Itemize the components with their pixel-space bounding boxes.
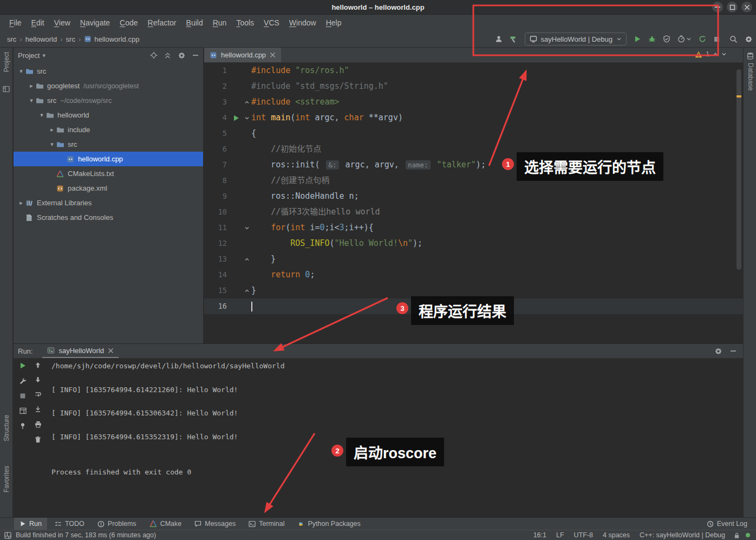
- expand-arrow-icon[interactable]: ▾: [37, 112, 46, 119]
- structure-stripe-button[interactable]: Structure: [3, 415, 10, 441]
- fold-up-icon[interactable]: [242, 288, 251, 294]
- debug-button[interactable]: [648, 35, 656, 43]
- maximize-button[interactable]: [727, 2, 738, 12]
- search-icon[interactable]: [729, 35, 738, 43]
- database-icon[interactable]: [747, 52, 754, 60]
- scroll-end-icon[interactable]: [35, 406, 41, 413]
- tree-item-include[interactable]: ▸include: [14, 122, 203, 137]
- rerun-tasks-button[interactable]: [699, 35, 706, 43]
- fold-down-icon[interactable]: [242, 225, 251, 231]
- code-line-11[interactable]: 11 for(int i=0;i<3;i++){: [204, 220, 743, 236]
- file-encoding[interactable]: UTF-8: [574, 531, 593, 539]
- toolwindow-problems[interactable]: Problems: [92, 518, 142, 530]
- close-icon[interactable]: [270, 52, 276, 58]
- project-stripe-button[interactable]: Project: [3, 52, 10, 72]
- tool-windows-icon[interactable]: [4, 532, 11, 539]
- user-icon[interactable]: [495, 35, 503, 43]
- menu-navigate[interactable]: Navigate: [75, 16, 115, 29]
- menu-code[interactable]: Code: [115, 16, 142, 29]
- fold-up-icon[interactable]: [242, 100, 251, 105]
- lock-icon[interactable]: [734, 532, 740, 539]
- locate-icon[interactable]: [150, 51, 158, 59]
- inspections-widget[interactable]: 1: [695, 50, 727, 58]
- close-button[interactable]: [741, 2, 752, 12]
- fold-up-icon[interactable]: [242, 257, 251, 262]
- breadcrumb-item-helloworld[interactable]: helloworld: [24, 34, 59, 44]
- menu-view[interactable]: View: [49, 16, 75, 29]
- coverage-button[interactable]: [663, 35, 670, 43]
- code-line-2[interactable]: 2#include "std_msgs/String.h": [204, 79, 743, 94]
- build-hammer-icon[interactable]: [510, 35, 518, 43]
- stop-button[interactable]: [713, 36, 720, 43]
- pin-icon[interactable]: [19, 422, 26, 430]
- expand-arrow-icon[interactable]: ▾: [48, 141, 56, 148]
- editor-tab-helloworld-cpp[interactable]: helloworld.cpp: [204, 48, 281, 62]
- tree-item-helloworld-cpp[interactable]: helloworld.cpp: [14, 152, 203, 166]
- green-dot-icon[interactable]: [745, 532, 751, 538]
- code-line-10[interactable]: 10 //循环3次输出hello world: [204, 204, 743, 220]
- toolwindow-python-packages[interactable]: Python Packages: [292, 518, 366, 530]
- code-line-14[interactable]: 14 return 0;: [204, 267, 743, 283]
- breadcrumb-item-src[interactable]: src: [5, 34, 18, 44]
- code-line-7[interactable]: 7 ros::init( &: argc, argv, name: "talke…: [204, 157, 743, 173]
- tree-item-helloworld[interactable]: ▾helloworld: [14, 108, 203, 122]
- project-panel-title[interactable]: Project: [18, 51, 40, 60]
- menu-run[interactable]: Run: [208, 16, 232, 29]
- tree-item-scratches-and-consoles[interactable]: Scratches and Consoles: [14, 210, 203, 225]
- indent-config[interactable]: 4 spaces: [603, 531, 630, 539]
- settings-gear-icon[interactable]: [714, 347, 722, 355]
- chevron-down-icon[interactable]: ▾: [42, 52, 45, 59]
- print-icon[interactable]: [35, 421, 42, 428]
- code-line-16[interactable]: 16: [204, 298, 743, 314]
- breadcrumb-item-helloworld-cpp[interactable]: helloworld.cpp: [82, 34, 141, 44]
- menu-file[interactable]: File: [4, 16, 27, 29]
- settings-gear-icon[interactable]: [745, 35, 753, 43]
- run-console-output[interactable]: /home/sjh/code/roswp/devel/lib/helloworl…: [51, 360, 738, 515]
- favorites-stripe-button[interactable]: Favorites: [3, 466, 10, 492]
- hide-icon[interactable]: [192, 52, 199, 58]
- menu-refactor[interactable]: Refactor: [143, 16, 181, 29]
- rerun-button[interactable]: [19, 362, 27, 369]
- toolwindow-terminal[interactable]: Terminal: [243, 518, 290, 530]
- menu-vcs[interactable]: VCS: [259, 16, 284, 29]
- toolwindow-todo[interactable]: TODO: [49, 518, 90, 530]
- tree-item-src[interactable]: ▾src~/code/roswp/src: [14, 93, 203, 108]
- code-line-15[interactable]: 15}: [204, 283, 743, 298]
- code-line-3[interactable]: 3#include <sstream>: [204, 94, 743, 110]
- run-gutter-icon[interactable]: [230, 114, 242, 122]
- tree-item-cmakelists-txt[interactable]: CMakeLists.txt: [14, 166, 203, 181]
- tree-item-src[interactable]: ▾src: [14, 64, 203, 79]
- close-icon[interactable]: [108, 348, 114, 354]
- profiler-button[interactable]: [677, 35, 692, 43]
- menu-help[interactable]: Help: [321, 16, 347, 29]
- expand-arrow-icon[interactable]: ▸: [27, 82, 36, 89]
- warning-stripe-mark[interactable]: [737, 95, 741, 97]
- menu-tools[interactable]: Tools: [231, 16, 259, 29]
- hide-icon[interactable]: [730, 348, 737, 354]
- line-separator[interactable]: LF: [556, 531, 564, 539]
- toolwindow-run[interactable]: Run: [14, 518, 47, 530]
- expand-arrow-icon[interactable]: ▾: [27, 97, 36, 104]
- next-issue-icon[interactable]: [721, 51, 727, 57]
- code-line-9[interactable]: 9 ros::NodeHandle n;: [204, 188, 743, 204]
- minimize-button[interactable]: [712, 2, 723, 12]
- toolwindow-messages[interactable]: Messages: [189, 518, 241, 530]
- expand-arrow-icon[interactable]: ▾: [17, 68, 25, 75]
- toolwindow-event-log[interactable]: Event Log: [701, 518, 756, 530]
- menu-window[interactable]: Window: [284, 16, 321, 29]
- trash-icon[interactable]: [35, 436, 41, 443]
- collapse-all-icon[interactable]: [164, 52, 171, 59]
- tree-item-googletest[interactable]: ▸googletest/usr/src/googletest: [14, 79, 203, 93]
- soft-wrap-icon[interactable]: [35, 391, 42, 398]
- run-button[interactable]: [634, 35, 641, 43]
- editor-scrollbar[interactable]: [737, 69, 741, 270]
- fold-down-icon[interactable]: [242, 115, 251, 121]
- code-line-13[interactable]: 13 }: [204, 251, 743, 267]
- arrow-up-icon[interactable]: [35, 362, 41, 368]
- code-line-6[interactable]: 6 //初始化节点: [204, 141, 743, 157]
- prev-issue-icon[interactable]: [713, 51, 718, 57]
- tree-item-package-xml[interactable]: package.xml: [14, 181, 203, 196]
- settings-gear-icon[interactable]: [178, 51, 186, 60]
- project-tool-icon[interactable]: [3, 86, 10, 93]
- expand-arrow-icon[interactable]: ▸: [48, 126, 56, 133]
